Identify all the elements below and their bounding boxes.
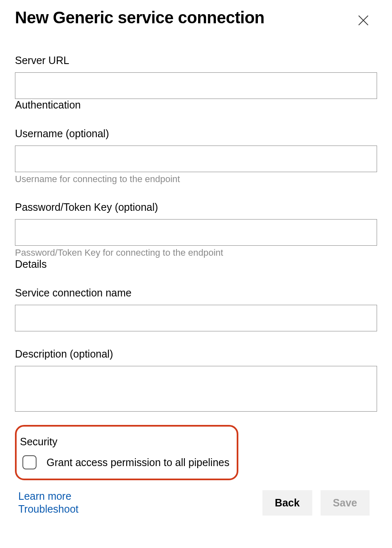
server-url-label: Server URL xyxy=(15,54,377,67)
password-label: Password/Token Key (optional) xyxy=(15,201,377,213)
grant-access-label[interactable]: Grant access permission to all pipelines xyxy=(47,457,229,469)
connection-name-label: Service connection name xyxy=(15,287,377,299)
username-helper: Username for connecting to the endpoint xyxy=(15,174,377,185)
description-input[interactable] xyxy=(15,366,377,412)
details-heading: Details xyxy=(15,258,377,270)
learn-more-link[interactable]: Learn more xyxy=(18,490,78,502)
server-url-input[interactable] xyxy=(15,72,377,99)
close-button[interactable] xyxy=(354,11,373,31)
dialog-title: New Generic service connection xyxy=(15,8,265,27)
troubleshoot-link[interactable]: Troubleshoot xyxy=(18,503,78,515)
grant-access-checkbox[interactable] xyxy=(22,455,37,469)
username-input[interactable] xyxy=(15,146,377,172)
back-button[interactable]: Back xyxy=(262,490,312,516)
password-helper: Password/Token Key for connecting to the… xyxy=(15,247,377,258)
save-button[interactable]: Save xyxy=(321,490,370,516)
security-heading: Security xyxy=(20,436,229,448)
connection-name-input[interactable] xyxy=(15,305,377,331)
username-label: Username (optional) xyxy=(15,128,377,140)
close-icon xyxy=(356,22,370,29)
password-input[interactable] xyxy=(15,219,377,246)
authentication-heading: Authentication xyxy=(15,99,377,111)
security-highlight-box: Security Grant access permission to all … xyxy=(15,425,238,480)
description-label: Description (optional) xyxy=(15,348,377,360)
